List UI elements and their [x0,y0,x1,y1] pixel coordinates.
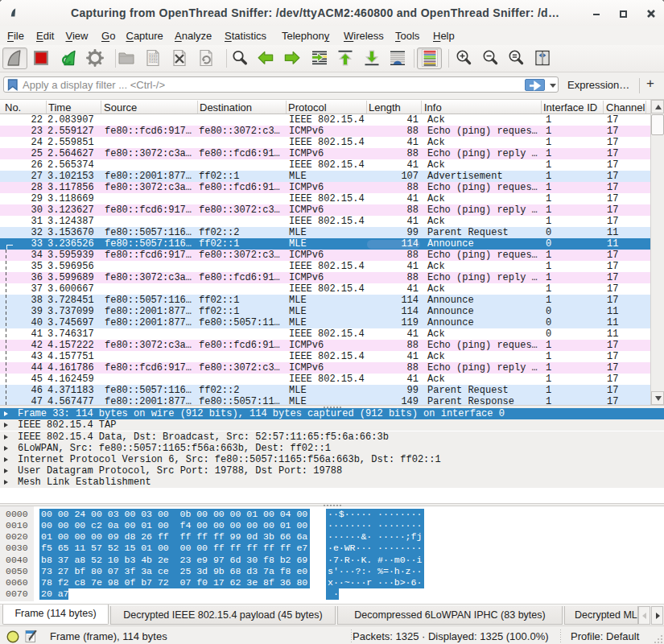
svg-text:0101: 0101 [149,60,158,64]
